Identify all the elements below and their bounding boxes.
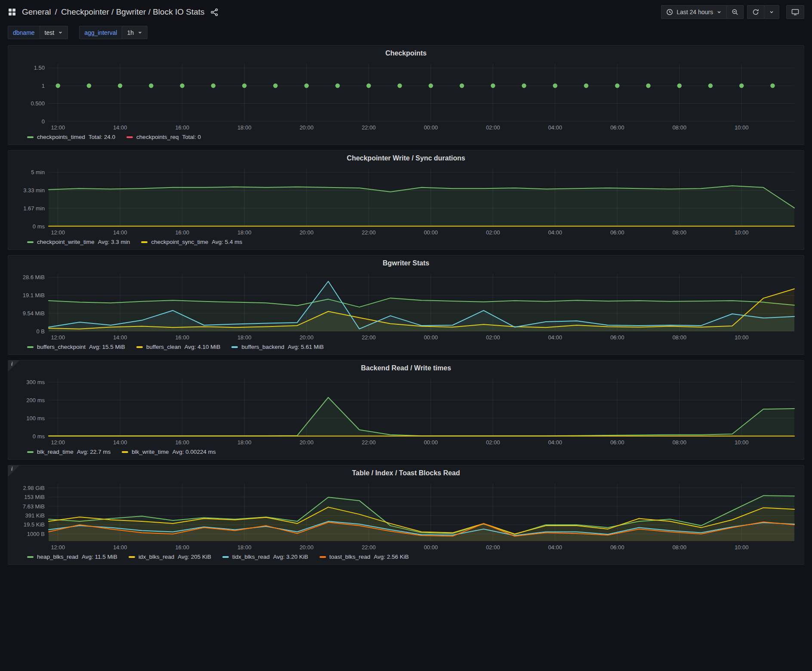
variable-agg-interval-picker[interactable]: 1h — [122, 26, 148, 39]
checkpoints-chart[interactable]: 12:0014:0016:0018:0020:0022:0000:0002:00… — [8, 59, 804, 132]
view-controls — [786, 5, 804, 19]
svg-text:06:00: 06:00 — [610, 229, 624, 236]
series-color-swatch — [320, 556, 326, 558]
svg-text:08:00: 08:00 — [672, 124, 686, 131]
svg-text:00:00: 00:00 — [424, 229, 438, 236]
legend-stat: Avg: 0.00224 ms — [172, 449, 216, 455]
dashboard-variables: dbname test agg_interval 1h — [8, 26, 804, 39]
legend-item[interactable]: blk_write_time Avg: 0.00224 ms — [122, 449, 215, 455]
series-color-swatch — [27, 346, 34, 348]
svg-text:1: 1 — [42, 83, 45, 89]
svg-text:16:00: 16:00 — [175, 124, 189, 131]
panel-title[interactable]: Checkpointer Write / Sync durations — [8, 154, 804, 163]
svg-text:0 ms: 0 ms — [33, 223, 45, 230]
panel-legend: checkpoints_timed Total: 24.0 checkpoint… — [8, 132, 804, 144]
panel-info-icon[interactable]: i — [8, 360, 19, 372]
panel-title[interactable]: Checkpoints — [8, 49, 804, 58]
tv-mode-button[interactable] — [786, 5, 804, 19]
time-range-picker[interactable]: Last 24 hours — [661, 5, 727, 19]
panel-title[interactable]: Table / Index / Toast Blocks Read — [8, 469, 804, 477]
svg-text:0 ms: 0 ms — [33, 433, 45, 440]
panel-table-index-toast-blocks-read: i Table / Index / Toast Blocks Read 12:0… — [8, 465, 804, 565]
svg-text:02:00: 02:00 — [486, 544, 500, 551]
svg-text:06:00: 06:00 — [610, 544, 624, 551]
svg-text:04:00: 04:00 — [548, 544, 562, 551]
legend-item[interactable]: checkpoint_write_time Avg: 3.3 min — [27, 239, 130, 245]
legend-item[interactable]: checkpoint_sync_time Avg: 5.4 ms — [141, 239, 242, 245]
panel-info-icon[interactable]: i — [8, 465, 19, 477]
svg-text:16:00: 16:00 — [175, 229, 189, 236]
svg-text:10:00: 10:00 — [735, 124, 749, 131]
panel-title[interactable]: Bgwriter Stats — [8, 259, 804, 268]
chevron-down-icon — [769, 9, 774, 15]
dashboards-grid-icon[interactable] — [8, 8, 16, 16]
legend-label: idx_blks_read — [138, 554, 174, 560]
svg-text:10:00: 10:00 — [735, 439, 749, 446]
chevron-down-icon — [58, 30, 63, 35]
legend-item[interactable]: checkpoints_timed Total: 24.0 — [27, 134, 115, 140]
svg-text:12:00: 12:00 — [51, 439, 65, 446]
blocks-read-chart[interactable]: 12:0014:0016:0018:0020:0022:0000:0002:00… — [8, 479, 804, 552]
panels-container: Checkpoints 12:0014:0016:0018:0020:0022:… — [8, 45, 804, 565]
variable-dbname: dbname test — [8, 26, 68, 39]
legend-item[interactable]: buffers_backend Avg: 5.61 MiB — [231, 344, 323, 350]
legend-label: checkpoints_req — [136, 134, 178, 140]
svg-text:06:00: 06:00 — [610, 439, 624, 446]
svg-text:22:00: 22:00 — [362, 229, 376, 236]
time-range-label: Last 24 hours — [677, 9, 713, 15]
svg-text:22:00: 22:00 — [362, 334, 376, 341]
panel-checkpoints: Checkpoints 12:0014:0016:0018:0020:0022:… — [8, 45, 804, 145]
legend-stat: Avg: 205 KiB — [178, 554, 211, 560]
grafana-dashboard: General / Checkpointer / Bgwriter / Bloc… — [0, 0, 812, 565]
legend-label: checkpoint_sync_time — [151, 239, 208, 245]
bgwriter-stats-chart[interactable]: 12:0014:0016:0018:0020:0022:0000:0002:00… — [8, 269, 804, 342]
svg-text:0 B: 0 B — [36, 328, 45, 335]
legend-item[interactable]: tidx_blks_read Avg: 3.20 KiB — [222, 554, 308, 560]
series-color-swatch — [231, 346, 238, 348]
magnifier-minus-icon — [732, 9, 738, 15]
checkpointer-durations-chart[interactable]: 12:0014:0016:0018:0020:0022:0000:0002:00… — [8, 164, 804, 237]
svg-text:1000 B: 1000 B — [27, 531, 45, 537]
breadcrumb-separator: / — [55, 7, 57, 17]
legend-item[interactable]: buffers_checkpoint Avg: 15.5 MiB — [27, 344, 125, 350]
legend-item[interactable]: buffers_clean Avg: 4.10 MiB — [136, 344, 221, 350]
svg-text:20:00: 20:00 — [299, 544, 314, 551]
legend-stat: Avg: 4.10 MiB — [185, 344, 221, 350]
svg-text:14:00: 14:00 — [113, 229, 127, 236]
refresh-interval-dropdown[interactable] — [764, 5, 779, 19]
svg-text:10:00: 10:00 — [735, 229, 749, 236]
refresh-icon — [752, 9, 759, 15]
share-icon[interactable] — [210, 8, 218, 16]
svg-text:20:00: 20:00 — [299, 439, 314, 446]
svg-text:06:00: 06:00 — [610, 334, 624, 341]
legend-stat: Avg: 22.7 ms — [77, 449, 111, 455]
panel-title[interactable]: Backend Read / Write times — [8, 364, 804, 372]
legend-label: buffers_checkpoint — [37, 344, 86, 350]
svg-text:00:00: 00:00 — [424, 439, 438, 446]
legend-label: blk_read_time — [37, 449, 74, 455]
variable-dbname-picker[interactable]: test — [40, 26, 68, 39]
svg-text:20:00: 20:00 — [299, 334, 314, 341]
legend-item[interactable]: checkpoints_req Total: 0 — [126, 134, 201, 140]
variable-dbname-value: test — [45, 29, 55, 36]
svg-text:0.500: 0.500 — [31, 100, 45, 107]
legend-item[interactable]: heap_blks_read Avg: 11.5 MiB — [27, 554, 117, 560]
panel-legend: blk_read_time Avg: 22.7 ms blk_write_tim… — [8, 447, 804, 459]
panel-legend: heap_blks_read Avg: 11.5 MiB idx_blks_re… — [8, 552, 804, 563]
svg-text:0: 0 — [42, 118, 45, 125]
legend-item[interactable]: idx_blks_read Avg: 205 KiB — [129, 554, 211, 560]
svg-text:00:00: 00:00 — [424, 334, 438, 341]
svg-text:18:00: 18:00 — [237, 229, 252, 236]
legend-stat: Total: 24.0 — [89, 134, 115, 140]
chevron-down-icon — [717, 9, 722, 15]
refresh-button[interactable] — [747, 5, 764, 19]
legend-label: checkpoints_timed — [37, 134, 85, 140]
series-color-swatch — [27, 556, 34, 558]
refresh-controls — [747, 5, 779, 19]
legend-item[interactable]: toast_blks_read Avg: 2.56 KiB — [320, 554, 409, 560]
legend-item[interactable]: blk_read_time Avg: 22.7 ms — [27, 449, 111, 455]
backend-read-write-chart[interactable]: 12:0014:0016:0018:0020:0022:0000:0002:00… — [8, 374, 804, 447]
zoom-out-button[interactable] — [727, 5, 744, 19]
legend-label: blk_write_time — [132, 449, 169, 455]
breadcrumb-folder[interactable]: General — [22, 7, 51, 17]
